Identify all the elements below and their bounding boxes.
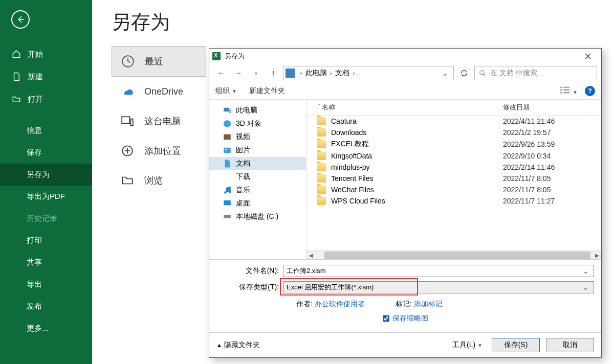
author-value[interactable]: 办公软件使用者 <box>315 300 365 308</box>
view-menu[interactable]: ▼ <box>559 86 578 96</box>
tree-item[interactable]: 3D 对象 <box>209 117 306 130</box>
nav-up-button[interactable]: ↑ <box>266 66 281 80</box>
filetype-label: 保存类型(T): <box>216 283 283 292</box>
tree-item[interactable]: 音乐 <box>209 184 306 197</box>
scroll-thumb[interactable] <box>324 252 590 259</box>
tags-value[interactable]: 添加标记 <box>414 300 443 308</box>
horizontal-scrollbar[interactable]: ◀ ▶ <box>306 251 601 259</box>
dialog-close-button[interactable] <box>578 49 598 63</box>
nav-history-dropdown[interactable]: ▾ <box>248 66 264 80</box>
save-thumbnail-label[interactable]: 保存缩略图 <box>392 314 428 323</box>
cancel-button[interactable]: 取消 <box>546 338 594 352</box>
backstage-sidebar: 开始 新建 打开 信息 保存 另存为 导出为PDF 历史记录 打印 共享 导出 … <box>0 0 92 364</box>
nav-saveas[interactable]: 另存为 <box>0 164 92 186</box>
svg-rect-1 <box>122 117 129 123</box>
tree-item[interactable]: 本地磁盘 (C:) <box>209 210 306 223</box>
svg-rect-8 <box>224 148 231 153</box>
newfolder-button[interactable]: 新建文件夹 <box>249 86 285 96</box>
scroll-right-icon[interactable]: ▶ <box>593 251 601 260</box>
folder-icon <box>317 152 326 160</box>
list-header[interactable]: ⌃ 名称 修改日期 <box>306 100 601 116</box>
folder-icon <box>317 174 326 183</box>
location-addplace[interactable]: 添加位置 <box>112 136 206 166</box>
nav-open-label: 打开 <box>28 95 43 104</box>
location-recent[interactable]: 最近 <box>112 46 206 77</box>
refresh-button[interactable] <box>456 66 472 80</box>
svg-point-11 <box>229 191 231 193</box>
file-row[interactable]: KingsoftData2022/9/10 0:34 <box>306 150 601 162</box>
file-row[interactable]: WPS Cloud Files2022/11/7 11:27 <box>306 195 601 207</box>
tools-menu[interactable]: 工具(L) ▼ <box>449 338 486 352</box>
nav-exportpdf[interactable]: 导出为PDF <box>0 186 92 208</box>
nav-publish[interactable]: 发布 <box>0 295 92 317</box>
folder-icon <box>317 186 326 194</box>
tree-item[interactable]: 视频 <box>209 130 306 144</box>
col-date-header[interactable]: 修改日期 <box>503 103 595 112</box>
search-input[interactable]: 在 文档 中搜索 <box>474 66 597 80</box>
file-list-body[interactable]: Captura2022/4/11 21:46Downloads2022/1/2 … <box>306 116 601 251</box>
tree-item[interactable]: 文档 <box>209 157 306 170</box>
filetype-dropdown-icon[interactable]: ⌄ <box>580 284 590 291</box>
col-name-header[interactable]: 名称 <box>322 103 503 112</box>
nav-open[interactable]: 打开 <box>0 88 92 110</box>
browse-folder-icon <box>120 173 135 188</box>
save-button[interactable]: 保存(S) <box>492 338 540 352</box>
tree-item[interactable]: 此电脑 <box>209 104 306 117</box>
tree-item[interactable]: 下载 <box>209 170 306 184</box>
scroll-left-icon[interactable]: ◀ <box>306 251 315 260</box>
file-row[interactable]: Tencent Files2022/11/7 8:05 <box>306 173 601 184</box>
dialog-title: 另存为 <box>225 52 245 61</box>
organize-menu[interactable]: 组织 ▼ <box>215 86 237 96</box>
help-button[interactable]: ? <box>585 86 595 96</box>
filename-dropdown-icon[interactable]: ⌄ <box>580 267 590 275</box>
folder-icon <box>317 117 326 125</box>
file-row[interactable]: Downloads2022/1/2 19:57 <box>306 127 601 138</box>
filename-input[interactable]: 工作簿2.xlsm⌄ <box>283 265 594 277</box>
crumb-folder[interactable]: 文档 <box>335 69 349 78</box>
file-row[interactable]: EXCEL教程2022/9/26 13:59 <box>306 138 601 150</box>
video-icon <box>223 132 232 142</box>
nav-info[interactable]: 信息 <box>0 120 92 142</box>
file-row[interactable]: mindplus-py2022/2/14 11:46 <box>306 162 601 173</box>
address-bar[interactable]: › 此电脑 › 文档 › ⌄ <box>283 66 454 80</box>
tree-item[interactable]: 桌面 <box>209 197 306 210</box>
nav-tree[interactable]: 此电脑3D 对象视频图片文档下载音乐桌面本地磁盘 (C:) <box>209 100 306 259</box>
tree-item[interactable]: 图片 <box>209 144 306 157</box>
nav-start-label: 开始 <box>28 50 43 59</box>
nav-share[interactable]: 共享 <box>0 252 92 274</box>
file-fields: 文件名(N): 工作簿2.xlsm⌄ 保存类型(T): Excel 启用宏的工作… <box>209 260 601 332</box>
nav-more[interactable]: 更多... <box>0 317 92 339</box>
hide-folders-button[interactable]: ▲ 隐藏文件夹 <box>216 340 260 350</box>
nav-forward-button: → <box>231 66 246 80</box>
location-browse[interactable]: 浏览 <box>112 166 206 195</box>
nav-new[interactable]: 新建 <box>0 65 92 88</box>
svg-rect-7 <box>224 134 231 140</box>
file-browser: 此电脑3D 对象视频图片文档下载音乐桌面本地磁盘 (C:) ⌃ 名称 修改日期 … <box>209 100 601 260</box>
3d-icon <box>223 119 232 128</box>
location-thispc[interactable]: 这台电脑 <box>112 106 206 136</box>
save-thumbnail-checkbox[interactable] <box>383 314 389 323</box>
tags-label: 标记: <box>396 300 412 308</box>
arrow-left-icon <box>16 15 25 24</box>
search-icon <box>479 70 486 77</box>
locations-list: 最近 OneDrive 这台电脑 添加位置 浏览 <box>112 46 206 195</box>
nav-print[interactable]: 打印 <box>0 230 92 252</box>
location-onedrive[interactable]: OneDrive <box>112 77 206 106</box>
doc-icon <box>223 159 232 168</box>
filename-label: 文件名(N): <box>216 266 283 276</box>
folder-icon <box>317 128 326 136</box>
file-row[interactable]: WeChat Files2022/11/7 8:05 <box>306 184 601 195</box>
filetype-select[interactable]: Excel 启用宏的工作簿(*.xlsm)⌄ <box>283 281 594 293</box>
folder-icon <box>317 140 326 148</box>
file-row[interactable]: Captura2022/4/11 21:46 <box>306 116 601 127</box>
nav-save[interactable]: 保存 <box>0 142 92 164</box>
address-dropdown-icon[interactable]: ⌄ <box>439 69 451 77</box>
crumb-root[interactable]: 此电脑 <box>305 69 327 78</box>
folder-open-icon <box>11 94 21 104</box>
back-button[interactable] <box>11 10 30 29</box>
nav-export[interactable]: 导出 <box>0 274 92 295</box>
pc-small-icon <box>286 69 295 78</box>
svg-rect-5 <box>224 108 229 112</box>
nav-start[interactable]: 开始 <box>0 43 92 65</box>
addplace-icon <box>120 143 135 158</box>
